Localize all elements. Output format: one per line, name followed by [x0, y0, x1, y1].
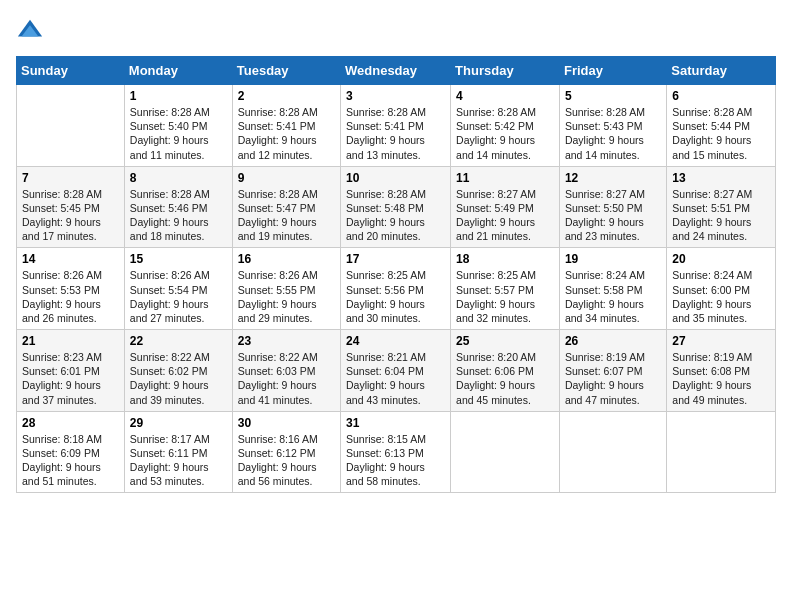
calendar-table: SundayMondayTuesdayWednesdayThursdayFrid…	[16, 56, 776, 493]
calendar-cell: 16Sunrise: 8:26 AMSunset: 5:55 PMDayligh…	[232, 248, 340, 330]
day-info: Sunrise: 8:28 AMSunset: 5:40 PMDaylight:…	[130, 105, 227, 162]
calendar-cell: 14Sunrise: 8:26 AMSunset: 5:53 PMDayligh…	[17, 248, 125, 330]
day-info: Sunrise: 8:28 AMSunset: 5:46 PMDaylight:…	[130, 187, 227, 244]
header-cell-saturday: Saturday	[667, 57, 776, 85]
calendar-cell: 1Sunrise: 8:28 AMSunset: 5:40 PMDaylight…	[124, 85, 232, 167]
calendar-week-1: 1Sunrise: 8:28 AMSunset: 5:40 PMDaylight…	[17, 85, 776, 167]
day-number: 5	[565, 89, 661, 103]
day-info: Sunrise: 8:15 AMSunset: 6:13 PMDaylight:…	[346, 432, 445, 489]
calendar-cell: 22Sunrise: 8:22 AMSunset: 6:02 PMDayligh…	[124, 330, 232, 412]
header-cell-sunday: Sunday	[17, 57, 125, 85]
day-number: 14	[22, 252, 119, 266]
day-number: 22	[130, 334, 227, 348]
day-number: 28	[22, 416, 119, 430]
header-cell-friday: Friday	[559, 57, 666, 85]
day-info: Sunrise: 8:24 AMSunset: 5:58 PMDaylight:…	[565, 268, 661, 325]
calendar-cell: 4Sunrise: 8:28 AMSunset: 5:42 PMDaylight…	[451, 85, 560, 167]
calendar-cell: 5Sunrise: 8:28 AMSunset: 5:43 PMDaylight…	[559, 85, 666, 167]
day-number: 12	[565, 171, 661, 185]
calendar-week-4: 21Sunrise: 8:23 AMSunset: 6:01 PMDayligh…	[17, 330, 776, 412]
day-number: 30	[238, 416, 335, 430]
day-info: Sunrise: 8:28 AMSunset: 5:41 PMDaylight:…	[346, 105, 445, 162]
calendar-week-3: 14Sunrise: 8:26 AMSunset: 5:53 PMDayligh…	[17, 248, 776, 330]
calendar-week-2: 7Sunrise: 8:28 AMSunset: 5:45 PMDaylight…	[17, 166, 776, 248]
calendar-header: SundayMondayTuesdayWednesdayThursdayFrid…	[17, 57, 776, 85]
day-info: Sunrise: 8:25 AMSunset: 5:56 PMDaylight:…	[346, 268, 445, 325]
day-info: Sunrise: 8:17 AMSunset: 6:11 PMDaylight:…	[130, 432, 227, 489]
calendar-cell: 27Sunrise: 8:19 AMSunset: 6:08 PMDayligh…	[667, 330, 776, 412]
calendar-cell	[17, 85, 125, 167]
day-number: 19	[565, 252, 661, 266]
day-number: 26	[565, 334, 661, 348]
calendar-cell: 18Sunrise: 8:25 AMSunset: 5:57 PMDayligh…	[451, 248, 560, 330]
day-info: Sunrise: 8:16 AMSunset: 6:12 PMDaylight:…	[238, 432, 335, 489]
day-info: Sunrise: 8:27 AMSunset: 5:51 PMDaylight:…	[672, 187, 770, 244]
day-info: Sunrise: 8:22 AMSunset: 6:02 PMDaylight:…	[130, 350, 227, 407]
calendar-cell: 28Sunrise: 8:18 AMSunset: 6:09 PMDayligh…	[17, 411, 125, 493]
calendar-cell: 17Sunrise: 8:25 AMSunset: 5:56 PMDayligh…	[341, 248, 451, 330]
header-cell-tuesday: Tuesday	[232, 57, 340, 85]
day-number: 8	[130, 171, 227, 185]
calendar-cell: 13Sunrise: 8:27 AMSunset: 5:51 PMDayligh…	[667, 166, 776, 248]
day-number: 29	[130, 416, 227, 430]
calendar-cell: 7Sunrise: 8:28 AMSunset: 5:45 PMDaylight…	[17, 166, 125, 248]
calendar-cell: 26Sunrise: 8:19 AMSunset: 6:07 PMDayligh…	[559, 330, 666, 412]
day-number: 10	[346, 171, 445, 185]
day-number: 13	[672, 171, 770, 185]
day-info: Sunrise: 8:27 AMSunset: 5:49 PMDaylight:…	[456, 187, 554, 244]
day-info: Sunrise: 8:26 AMSunset: 5:54 PMDaylight:…	[130, 268, 227, 325]
calendar-cell: 29Sunrise: 8:17 AMSunset: 6:11 PMDayligh…	[124, 411, 232, 493]
calendar-cell: 25Sunrise: 8:20 AMSunset: 6:06 PMDayligh…	[451, 330, 560, 412]
calendar-week-5: 28Sunrise: 8:18 AMSunset: 6:09 PMDayligh…	[17, 411, 776, 493]
day-info: Sunrise: 8:21 AMSunset: 6:04 PMDaylight:…	[346, 350, 445, 407]
calendar-cell: 30Sunrise: 8:16 AMSunset: 6:12 PMDayligh…	[232, 411, 340, 493]
calendar-cell	[667, 411, 776, 493]
day-number: 7	[22, 171, 119, 185]
day-info: Sunrise: 8:19 AMSunset: 6:08 PMDaylight:…	[672, 350, 770, 407]
calendar-cell: 8Sunrise: 8:28 AMSunset: 5:46 PMDaylight…	[124, 166, 232, 248]
calendar-body: 1Sunrise: 8:28 AMSunset: 5:40 PMDaylight…	[17, 85, 776, 493]
day-number: 17	[346, 252, 445, 266]
calendar-cell: 3Sunrise: 8:28 AMSunset: 5:41 PMDaylight…	[341, 85, 451, 167]
calendar-cell: 12Sunrise: 8:27 AMSunset: 5:50 PMDayligh…	[559, 166, 666, 248]
calendar-cell: 2Sunrise: 8:28 AMSunset: 5:41 PMDaylight…	[232, 85, 340, 167]
day-info: Sunrise: 8:28 AMSunset: 5:44 PMDaylight:…	[672, 105, 770, 162]
calendar-cell: 31Sunrise: 8:15 AMSunset: 6:13 PMDayligh…	[341, 411, 451, 493]
day-number: 25	[456, 334, 554, 348]
day-number: 20	[672, 252, 770, 266]
day-number: 6	[672, 89, 770, 103]
day-number: 1	[130, 89, 227, 103]
day-info: Sunrise: 8:28 AMSunset: 5:45 PMDaylight:…	[22, 187, 119, 244]
header-cell-thursday: Thursday	[451, 57, 560, 85]
header-row: SundayMondayTuesdayWednesdayThursdayFrid…	[17, 57, 776, 85]
day-number: 21	[22, 334, 119, 348]
calendar-cell: 9Sunrise: 8:28 AMSunset: 5:47 PMDaylight…	[232, 166, 340, 248]
day-info: Sunrise: 8:26 AMSunset: 5:53 PMDaylight:…	[22, 268, 119, 325]
day-info: Sunrise: 8:26 AMSunset: 5:55 PMDaylight:…	[238, 268, 335, 325]
day-number: 24	[346, 334, 445, 348]
day-info: Sunrise: 8:24 AMSunset: 6:00 PMDaylight:…	[672, 268, 770, 325]
day-info: Sunrise: 8:18 AMSunset: 6:09 PMDaylight:…	[22, 432, 119, 489]
day-number: 4	[456, 89, 554, 103]
day-info: Sunrise: 8:28 AMSunset: 5:43 PMDaylight:…	[565, 105, 661, 162]
day-info: Sunrise: 8:22 AMSunset: 6:03 PMDaylight:…	[238, 350, 335, 407]
calendar-cell: 21Sunrise: 8:23 AMSunset: 6:01 PMDayligh…	[17, 330, 125, 412]
calendar-cell: 20Sunrise: 8:24 AMSunset: 6:00 PMDayligh…	[667, 248, 776, 330]
day-info: Sunrise: 8:28 AMSunset: 5:47 PMDaylight:…	[238, 187, 335, 244]
calendar-cell	[451, 411, 560, 493]
header-cell-wednesday: Wednesday	[341, 57, 451, 85]
day-number: 27	[672, 334, 770, 348]
day-info: Sunrise: 8:23 AMSunset: 6:01 PMDaylight:…	[22, 350, 119, 407]
day-number: 3	[346, 89, 445, 103]
logo-icon	[16, 16, 44, 44]
day-info: Sunrise: 8:19 AMSunset: 6:07 PMDaylight:…	[565, 350, 661, 407]
day-number: 16	[238, 252, 335, 266]
day-number: 11	[456, 171, 554, 185]
day-info: Sunrise: 8:27 AMSunset: 5:50 PMDaylight:…	[565, 187, 661, 244]
calendar-cell: 24Sunrise: 8:21 AMSunset: 6:04 PMDayligh…	[341, 330, 451, 412]
day-info: Sunrise: 8:25 AMSunset: 5:57 PMDaylight:…	[456, 268, 554, 325]
day-info: Sunrise: 8:28 AMSunset: 5:48 PMDaylight:…	[346, 187, 445, 244]
day-info: Sunrise: 8:28 AMSunset: 5:41 PMDaylight:…	[238, 105, 335, 162]
day-info: Sunrise: 8:28 AMSunset: 5:42 PMDaylight:…	[456, 105, 554, 162]
day-number: 23	[238, 334, 335, 348]
